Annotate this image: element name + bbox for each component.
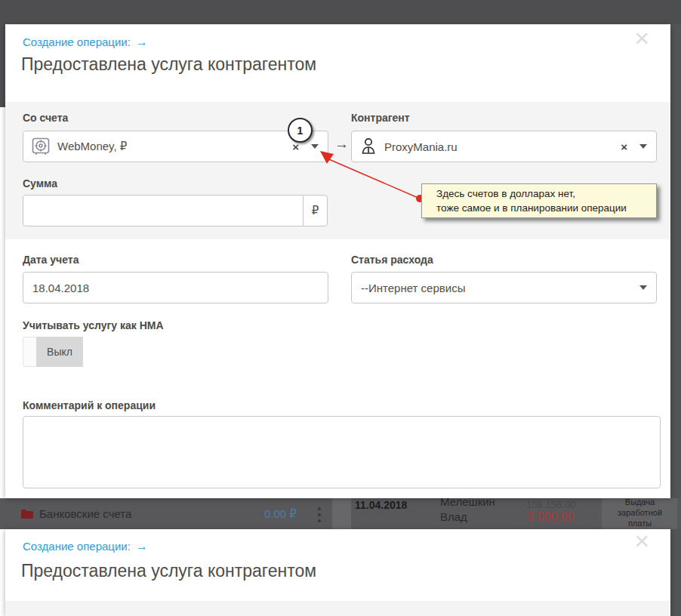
screen: Банковские счета 0.00 ₽ 11.04.2018 Мелеш… [0,0,681,616]
chevron-down-icon[interactable] [311,144,319,149]
transfer-arrow-icon: → [334,136,349,152]
page-topbar [0,0,681,24]
nma-toggle[interactable]: Выкл [23,337,83,367]
breadcrumb-link-2[interactable]: Создание операции:→ [23,540,148,553]
counterparty-select[interactable]: ProxyMania.ru × [351,131,657,162]
breadcrumb-text: Создание операции: [23,35,131,48]
currency-suffix: ₽ [303,195,328,226]
annotation-tooltip: Здесь счетов в долларах нет, тоже самое … [421,183,657,218]
account-group-amount: 0.00 ₽ [264,507,297,521]
page-background-left [0,24,5,107]
accounts-section-top [5,601,670,616]
toggle-state-button[interactable]: Выкл [36,337,83,367]
from-account-label: Со счета [23,112,68,124]
breadcrumb-arrow-icon: → [136,540,148,553]
journal-row-person-2: Влад [440,510,467,523]
journal-row-amount: -3 000.00 [523,510,575,524]
person-icon [359,137,377,156]
expense-item-select[interactable]: --Интернет сервисы [351,272,657,303]
journal-row-person: Мелешкин [440,498,495,508]
folder-icon [21,509,33,519]
breadcrumb-link[interactable]: Создание операции:→ [23,35,148,49]
clear-icon[interactable]: × [621,140,627,153]
panel-divider [332,498,351,529]
counterparty-value: ProxyMania.ru [384,140,621,153]
date-input[interactable] [23,272,328,303]
amount-input[interactable] [23,195,304,226]
page-title: Предоставлена услуга контрагентом [21,54,316,75]
counterparty-label: Контрагент [351,112,410,124]
amount-label: Сумма [23,177,57,189]
account-group-label: Банковские счета [39,507,131,520]
create-operation-modal: Создание операции:→ × Предоставлена услу… [5,25,670,498]
annotation-step-badge: 1 [288,118,313,143]
breadcrumb-arrow-icon: → [136,35,148,48]
tooltip-line-1: Здесь счетов в долларах нет, [436,186,656,201]
chevron-down-icon[interactable] [639,144,647,149]
amount-field: ₽ [23,195,328,226]
nma-toggle-label: Учитывать услугу как НМА [23,319,164,331]
date-label: Дата учета [23,254,79,266]
from-account-value: WebMoney, ₽ [57,140,292,153]
chevron-down-icon[interactable] [639,285,647,290]
toggle-track [23,337,36,367]
from-account-select[interactable]: WebMoney, ₽ × [23,131,328,162]
expense-item-label: Статья расхода [351,254,433,266]
expense-item-value: --Интернет сервисы [361,282,639,294]
tooltip-line-2: тоже самое и в планировании операции [436,201,656,215]
breadcrumb-text-2: Создание операции: [23,540,131,553]
comment-label: Комментарий к операции [23,399,156,411]
comment-textarea[interactable] [23,416,661,488]
journal-row-category: Выдача заработной платы [604,498,676,528]
kebab-menu-icon [318,504,322,525]
wallet-safe-icon [31,137,51,156]
page-title-2: Предоставлена услуга контрагентом [21,561,316,581]
background-table-strip: Банковские счета 0.00 ₽ 11.04.2018 Мелеш… [0,498,681,529]
close-icon[interactable]: × [634,528,649,553]
journal-row-date: 11.04.2018 [355,499,407,511]
create-operation-modal-2: Создание операции:→ × Предоставлена услу… [5,529,670,616]
close-icon[interactable]: × [634,25,649,51]
journal-row-balance: -108 156.00 [523,499,575,510]
accounts-section: Со счета WebMoney, ₽ × → Конт [5,102,670,239]
